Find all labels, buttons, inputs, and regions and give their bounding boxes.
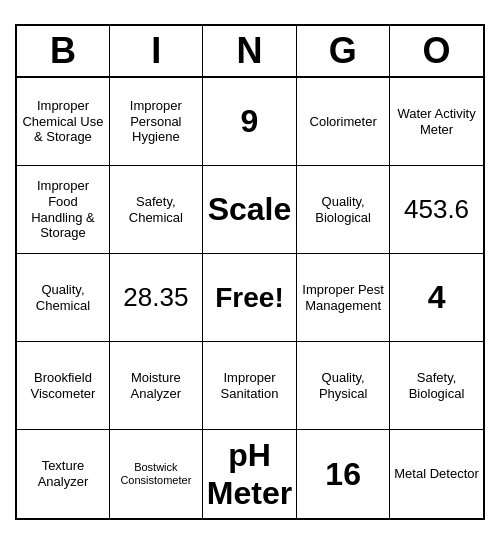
bingo-cell: Quality, Biological (297, 166, 390, 254)
bingo-card: BINGO Improper Chemical Use & StorageImp… (15, 24, 485, 520)
bingo-cell: Moisture Analyzer (110, 342, 203, 430)
bingo-cell: Safety, Chemical (110, 166, 203, 254)
bingo-header: BINGO (17, 26, 483, 78)
bingo-grid: Improper Chemical Use & StorageImproper … (17, 78, 483, 518)
header-letter: G (297, 26, 390, 76)
bingo-cell: Improper Pest Management (297, 254, 390, 342)
header-letter: N (203, 26, 296, 76)
bingo-cell: Improper Chemical Use & Storage (17, 78, 110, 166)
bingo-cell: Metal Detector (390, 430, 483, 518)
bingo-cell: Texture Analyzer (17, 430, 110, 518)
header-letter: B (17, 26, 110, 76)
bingo-cell: 28.35 (110, 254, 203, 342)
bingo-cell: Brookfield Viscometer (17, 342, 110, 430)
bingo-cell: pH Meter (203, 430, 297, 518)
bingo-cell: Water Activity Meter (390, 78, 483, 166)
bingo-cell: Quality, Chemical (17, 254, 110, 342)
bingo-cell: 9 (203, 78, 297, 166)
bingo-cell: Scale (203, 166, 297, 254)
header-letter: O (390, 26, 483, 76)
bingo-cell: Safety, Biological (390, 342, 483, 430)
bingo-cell: Bostwick Consistometer (110, 430, 203, 518)
header-letter: I (110, 26, 203, 76)
bingo-cell: Improper Sanitation (203, 342, 297, 430)
bingo-cell: 453.6 (390, 166, 483, 254)
bingo-cell: Free! (203, 254, 297, 342)
bingo-cell: Colorimeter (297, 78, 390, 166)
bingo-cell: Quality, Physical (297, 342, 390, 430)
bingo-cell: Improper Personal Hygiene (110, 78, 203, 166)
bingo-cell: Improper Food Handling & Storage (17, 166, 110, 254)
bingo-cell: 4 (390, 254, 483, 342)
bingo-cell: 16 (297, 430, 390, 518)
